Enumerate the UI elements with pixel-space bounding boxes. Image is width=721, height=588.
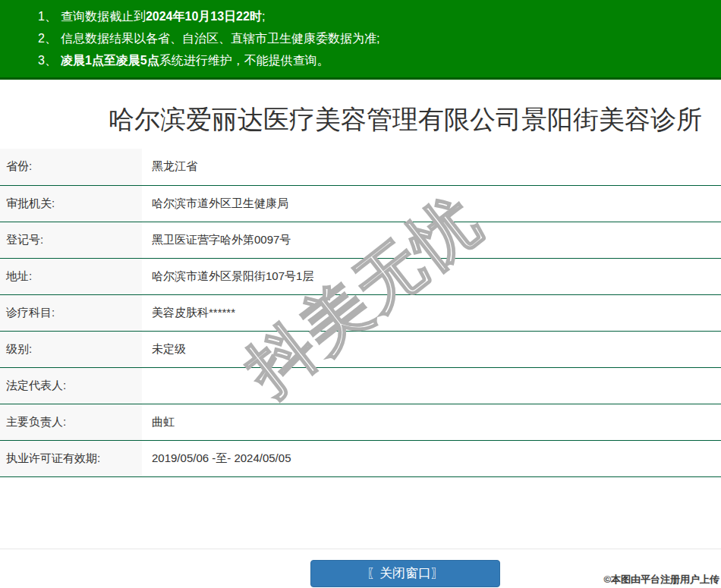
table-row: 审批机关: 哈尔滨市道外区卫生健康局 [0,185,721,222]
table-row: 诊疗科目: 美容皮肤科****** [0,294,721,331]
bottom-divider [0,549,721,549]
row-value: 曲虹 [142,404,721,440]
notice-number: 1、 [38,10,57,23]
row-value: 黑卫医证营字哈外第0097号 [142,222,721,258]
close-window-button[interactable]: 〖关闭窗口〗 [310,560,500,587]
notice-line-2: 2、信息数据结果以各省、自治区、直辖市卫生健康委数据为准; [38,27,721,49]
notice-text: ; [262,10,265,23]
row-value: 哈尔滨市道外区景阳街107号1层 [142,258,721,294]
notice-bold-text: 凌晨1点至凌晨5点 [61,54,159,67]
row-label: 主要负责人: [0,404,142,440]
row-label: 审批机关: [0,185,142,222]
copyright-stamp: ©本图由平台注册用户上传 [603,573,719,586]
page: 1、查询数据截止到2024年10月13日22时; 2、信息数据结果以各省、自治区… [0,0,721,587]
table-row: 主要负责人: 曲虹 [0,404,721,440]
notice-number: 2、 [38,32,57,45]
row-label: 法定代表人: [0,367,142,404]
row-label: 级别: [0,331,142,367]
notice-text: 查询数据截止到 [61,10,146,23]
row-value: 美容皮肤科****** [142,294,721,331]
row-label: 登记号: [0,222,142,258]
row-value: 哈尔滨市道外区卫生健康局 [142,185,721,222]
info-table: 省份: 黑龙江省 审批机关: 哈尔滨市道外区卫生健康局 登记号: 黑卫医证营字哈… [0,149,721,477]
row-value [142,367,721,404]
notice-text: 系统进行维护，不能提供查询。 [159,54,329,67]
notice-number: 3、 [38,54,57,67]
row-label: 地址: [0,258,142,294]
notice-banner: 1、查询数据截止到2024年10月13日22时; 2、信息数据结果以各省、自治区… [0,0,721,80]
row-value: 2019/05/06 -至- 2024/05/05 [142,440,721,476]
table-row: 地址: 哈尔滨市道外区景阳街107号1层 [0,258,721,294]
row-label: 省份: [0,149,142,185]
table-row: 执业许可证有效期: 2019/05/06 -至- 2024/05/05 [0,440,721,476]
table-row: 法定代表人: [0,367,721,404]
table-row: 登记号: 黑卫医证营字哈外第0097号 [0,222,721,258]
row-value: 未定级 [142,331,721,367]
table-row: 级别: 未定级 [0,331,721,367]
row-label: 执业许可证有效期: [0,440,142,476]
row-value: 黑龙江省 [142,149,721,185]
page-title: 哈尔滨爱丽达医疗美容管理有限公司景阳街美容诊所 [0,102,721,136]
notice-line-3: 3、凌晨1点至凌晨5点系统进行维护，不能提供查询。 [38,49,721,71]
row-label: 诊疗科目: [0,294,142,331]
notice-text: 信息数据结果以各省、自治区、直辖市卫生健康委数据为准; [61,32,379,45]
table-row: 省份: 黑龙江省 [0,149,721,185]
notice-bold-text: 2024年10月13日22时 [146,10,262,23]
notice-line-1: 1、查询数据截止到2024年10月13日22时; [38,5,721,27]
